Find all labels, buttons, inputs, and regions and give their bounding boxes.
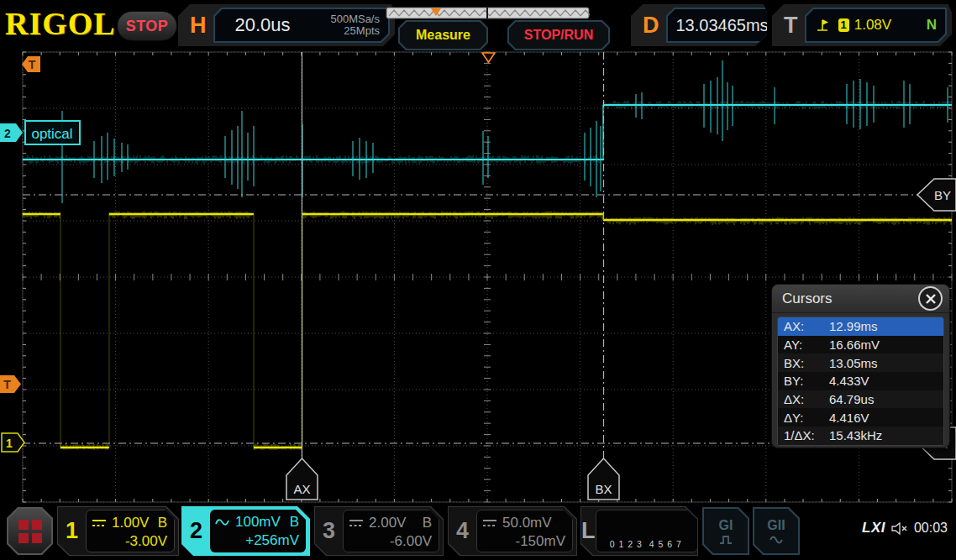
horizontal-label: H — [190, 13, 207, 39]
svg-text:optical: optical — [31, 126, 72, 142]
cursor-row-ax[interactable]: AX:12.99ms — [778, 317, 943, 336]
cursors-panel-titlebar[interactable]: Cursors — [772, 285, 949, 313]
cursor-row-ay[interactable]: AY:16.66mV — [778, 336, 943, 354]
dc-coupling-icon — [482, 518, 497, 528]
stop-run-button[interactable]: STOP/RUN — [507, 20, 610, 50]
cursor-ax-tag[interactable]: AX — [286, 458, 318, 500]
trigger-display[interactable]: 1 1.08V N — [805, 8, 948, 43]
status-indicators: LXI 00:03 — [862, 520, 948, 536]
trigger-position-triangle[interactable] — [482, 53, 495, 62]
ch2-position-marker[interactable]: 2 — [0, 123, 23, 142]
trigger-sweep-mode: N — [927, 17, 937, 34]
channel-2-offset: +256mV — [245, 532, 299, 548]
sine-wave-icon — [769, 534, 784, 545]
pulse-wave-icon — [718, 534, 733, 545]
gen2-button[interactable]: GII — [753, 507, 800, 555]
rigol-logo: RIGOL — [5, 5, 116, 42]
trigger-level-marker[interactable]: T — [0, 375, 21, 393]
cursor-bx-tag[interactable]: BX — [588, 458, 619, 500]
trigger-label: T — [784, 13, 798, 39]
channel-3-button[interactable]: 3 2.00V B -6.00V — [314, 506, 444, 556]
dc-coupling-icon — [92, 518, 107, 528]
gen2-label: GII — [767, 518, 785, 533]
sample-rate: 500MSa/s — [330, 13, 380, 25]
channel-1-bw-limit: B — [158, 515, 167, 531]
svg-text:T: T — [29, 58, 36, 71]
channel-1-button[interactable]: 1 1.00V B -3.00V — [57, 506, 179, 556]
channel-4-number: 4 — [449, 518, 476, 544]
menu-button[interactable] — [7, 507, 53, 555]
lxi-indicator: LXI — [862, 520, 885, 536]
delay-value: 13.03465ms — [676, 16, 769, 35]
bottom-channel-bar: 1 1.00V B -3.00V 2 100mV — [0, 504, 956, 560]
channel-3-scale: 2.00V — [369, 515, 406, 531]
ch1-position-marker[interactable]: 1 — [2, 433, 24, 452]
waveform-position-strip[interactable] — [386, 7, 590, 19]
memory-depth: 25Mpts — [344, 24, 380, 37]
gen1-button[interactable]: GI — [702, 507, 749, 555]
speaker-muted-icon[interactable] — [891, 522, 908, 535]
timebase-display[interactable]: 20.0us 500MSa/s 25Mpts — [213, 8, 391, 43]
cursor-row-inv-dx[interactable]: 1/ΔX:15.43kHz — [778, 427, 943, 445]
trigger-corner-flag[interactable]: T — [22, 56, 40, 72]
timebase-value: 20.0us — [235, 14, 331, 36]
svg-text:AX: AX — [293, 482, 310, 496]
channel-2-bw-limit: B — [290, 514, 299, 531]
cursor-row-bx[interactable]: BX:13.05ms — [778, 353, 943, 372]
delay-label: D — [643, 13, 659, 39]
channel-1-scale: 1.00V — [112, 515, 149, 531]
channel-3-offset: -6.00V — [390, 533, 432, 549]
oscilloscope-screen: RIGOL STOP H 20.0us 500MSa/s 25Mpts Meas… — [0, 0, 956, 560]
run-state-badge: STOP — [117, 11, 177, 41]
delay-display[interactable]: 13.03465ms — [666, 8, 779, 43]
top-status-bar: RIGOL STOP H 20.0us 500MSa/s 25Mpts Meas… — [0, 0, 956, 50]
channel-3-number: 3 — [315, 518, 343, 544]
logic-analyzer-button[interactable]: L 0 1 2 3 4 5 6 7 8 9 1011 12131415 — [580, 506, 698, 556]
close-icon[interactable] — [918, 286, 943, 311]
measure-button[interactable]: Measure — [398, 20, 488, 50]
cursors-panel[interactable]: Cursors AX:12.99ms AY:16.66mV BX:13.05ms… — [771, 284, 950, 448]
cursors-panel-title: Cursors — [782, 290, 833, 307]
svg-text:BX: BX — [595, 482, 612, 496]
channel-4-button[interactable]: 4 50.0mV -150mV — [448, 506, 577, 556]
menu-grid-icon — [18, 520, 42, 543]
ac-coupling-icon — [215, 516, 230, 527]
horizontal-group[interactable]: H 20.0us 500MSa/s 25Mpts — [178, 4, 395, 46]
channel-3-bw-limit: B — [423, 515, 432, 531]
dc-coupling-icon — [349, 518, 364, 528]
channel-4-scale: 50.0mV — [502, 515, 552, 531]
cursor-readout-list: AX:12.99ms AY:16.66mV BX:13.05ms BY:4.43… — [777, 317, 944, 446]
cursor-by-tag[interactable]: BY — [917, 179, 956, 211]
svg-text:2: 2 — [4, 127, 11, 140]
svg-text:BY: BY — [934, 188, 951, 202]
cursor-row-dy[interactable]: ΔY:4.416V — [778, 408, 943, 427]
trigger-group[interactable]: T 1 1.08V N — [772, 4, 952, 46]
logic-channels-row1: 0 1 2 3 4 5 6 7 — [601, 539, 691, 550]
waveform-display[interactable]: T 2 optical T 1 AY BY — [0, 0, 956, 560]
svg-text:T: T — [3, 378, 11, 391]
trigger-source-badge: 1 — [838, 18, 849, 32]
ch2-waveform-label[interactable]: optical — [25, 121, 80, 144]
trigger-level-value: 1.08V — [854, 17, 891, 34]
clock: 00:03 — [914, 521, 948, 536]
cursor-row-dx[interactable]: ΔX:64.79us — [778, 390, 943, 409]
logic-analyzer-label: L — [581, 518, 596, 544]
channel-2-number: 2 — [182, 518, 210, 544]
gen1-label: GI — [719, 518, 733, 533]
channel-1-offset: -3.00V — [125, 533, 167, 549]
svg-text:1: 1 — [6, 437, 13, 450]
channel-2-scale: 100mV — [235, 514, 281, 531]
run-state-label: STOP — [126, 18, 169, 35]
cursor-row-by[interactable]: BY:4.433V — [778, 372, 943, 390]
trigger-slope-icon — [815, 18, 830, 33]
delay-group[interactable]: D 13.03465ms — [631, 4, 767, 46]
channel-1-number: 1 — [58, 518, 86, 544]
channel-4-offset: -150mV — [515, 533, 565, 549]
channel-2-button[interactable]: 2 100mV B +256mV — [181, 506, 310, 556]
